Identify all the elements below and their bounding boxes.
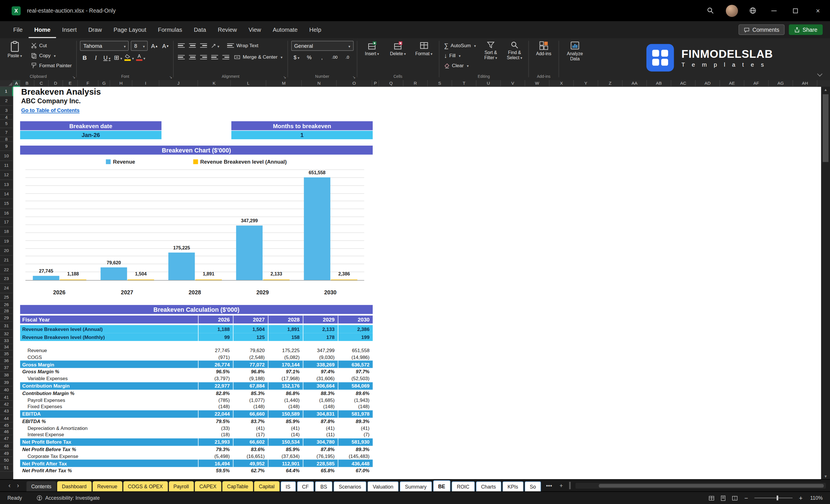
value-cell[interactable]: (18) bbox=[198, 432, 233, 438]
row-label[interactable]: Revenue Breakeven level (Annual) bbox=[20, 325, 198, 333]
vertical-scroll-thumb[interactable] bbox=[823, 94, 828, 162]
year-header[interactable]: 2030 bbox=[338, 315, 373, 323]
menu-data[interactable]: Data bbox=[188, 21, 212, 38]
breakeven-date-header[interactable]: Breakeven date bbox=[20, 121, 161, 130]
value-cell[interactable]: 22,044 bbox=[198, 410, 233, 418]
row-label[interactable]: Revenue Breakeven level (Monthly) bbox=[20, 333, 198, 341]
sheet-tab-payroll[interactable]: Payroll bbox=[169, 481, 194, 492]
align-top-button[interactable] bbox=[177, 41, 186, 50]
value-cell[interactable]: (41) bbox=[338, 425, 373, 431]
value-cell[interactable]: (148) bbox=[233, 403, 268, 410]
value-cell[interactable]: (16,651) bbox=[233, 453, 268, 460]
value-cell[interactable]: 89.3% bbox=[338, 446, 373, 453]
column-header-X[interactable]: X bbox=[549, 80, 574, 87]
align-right-button[interactable] bbox=[199, 53, 208, 62]
column-header-S[interactable]: S bbox=[428, 80, 452, 87]
vertical-scrollbar[interactable]: ▲ ▼ bbox=[821, 87, 830, 479]
revenue-bar[interactable] bbox=[33, 276, 60, 280]
row-label[interactable]: Gross Margin % bbox=[20, 368, 198, 375]
value-cell[interactable]: 651,558 bbox=[338, 347, 373, 354]
row-label[interactable]: Fixed Expenses bbox=[20, 403, 198, 410]
value-cell[interactable]: (11) bbox=[303, 432, 338, 438]
sheet-tab-capex[interactable]: CAPEX bbox=[194, 481, 221, 492]
comma-format-button[interactable]: , bbox=[317, 53, 326, 62]
tabs-scroll-right[interactable]: › bbox=[14, 482, 22, 489]
increase-indent-button[interactable] bbox=[222, 53, 230, 62]
increase-decimal-button[interactable]: .00 bbox=[330, 53, 339, 62]
value-cell[interactable]: 16,494 bbox=[198, 460, 233, 467]
row-header-44[interactable]: 44 bbox=[0, 415, 13, 422]
delete-cells-button[interactable]: Delete bbox=[386, 41, 410, 73]
horizontal-scroll-thumb[interactable] bbox=[599, 484, 824, 487]
value-cell[interactable]: (5,082) bbox=[268, 354, 303, 360]
breakeven-chart[interactable]: Revenue Revenue Breakeven level (Annual)… bbox=[20, 154, 373, 305]
row-header-32[interactable]: 32 bbox=[0, 330, 13, 338]
year-header[interactable]: 2026 bbox=[198, 315, 233, 323]
row-header-26[interactable]: 26 bbox=[0, 301, 13, 308]
grow-font-button[interactable]: A▲ bbox=[150, 41, 159, 50]
page-break-view-button[interactable] bbox=[732, 495, 738, 501]
row-header-21[interactable]: 21 bbox=[0, 256, 13, 265]
row-header-1[interactable]: 1 bbox=[0, 87, 13, 96]
value-cell[interactable]: 79.3% bbox=[198, 446, 233, 453]
value-cell[interactable]: 67,884 bbox=[233, 382, 268, 389]
value-cell[interactable]: 22,977 bbox=[198, 382, 233, 389]
value-cell[interactable]: 85.9% bbox=[268, 446, 303, 453]
align-middle-button[interactable] bbox=[188, 41, 197, 50]
value-cell[interactable]: (52,503) bbox=[338, 375, 373, 382]
value-cell[interactable]: 66,602 bbox=[233, 438, 268, 446]
value-cell[interactable]: 338,269 bbox=[303, 361, 338, 368]
column-header-AF[interactable]: AF bbox=[744, 80, 769, 87]
value-cell[interactable]: 85.3% bbox=[233, 389, 268, 397]
row-header-50[interactable]: 50 bbox=[0, 457, 13, 464]
value-cell[interactable]: 97.4% bbox=[303, 368, 338, 375]
value-cell[interactable]: 175,225 bbox=[268, 347, 303, 354]
row-header-20[interactable]: 20 bbox=[0, 246, 13, 256]
menu-insert[interactable]: Insert bbox=[56, 21, 83, 38]
row-label[interactable]: Depreciation & Amortization bbox=[20, 425, 198, 431]
cut-button[interactable]: Cut bbox=[29, 41, 73, 50]
sheet-tab-capital[interactable]: Capital bbox=[254, 481, 279, 492]
value-cell[interactable]: (37,634) bbox=[268, 453, 303, 460]
borders-button[interactable]: ⊞ bbox=[114, 53, 122, 62]
page-layout-view-button[interactable] bbox=[720, 495, 726, 501]
value-cell[interactable]: 584,069 bbox=[338, 382, 373, 389]
menu-home[interactable]: Home bbox=[28, 21, 56, 38]
sheet-tab-so[interactable]: So bbox=[524, 481, 541, 492]
sheet-tab-captable[interactable]: CapTable bbox=[222, 481, 253, 492]
row-label[interactable]: EBITDA % bbox=[20, 418, 198, 425]
clipboard-dialog-launcher[interactable]: ↘ bbox=[72, 75, 75, 80]
row-header-31[interactable]: 31 bbox=[0, 322, 13, 330]
sheet-tab-roic[interactable]: ROIC bbox=[452, 481, 475, 492]
row-label[interactable]: Corporate Tax Expense bbox=[20, 453, 198, 460]
autosum-button[interactable]: ∑ AutoSum bbox=[443, 41, 478, 50]
restore-button[interactable] bbox=[785, 0, 806, 21]
months-to-breakeven-header[interactable]: Months to breakeven bbox=[231, 121, 373, 130]
row-header-13[interactable]: 13 bbox=[0, 180, 13, 189]
column-header-B[interactable]: B bbox=[20, 80, 34, 87]
row-label[interactable]: Net Profit Before Tax % bbox=[20, 446, 198, 453]
align-center-button[interactable] bbox=[188, 53, 197, 62]
column-header-AB[interactable]: AB bbox=[647, 80, 671, 87]
menu-draw[interactable]: Draw bbox=[83, 21, 107, 38]
value-cell[interactable]: (7) bbox=[338, 432, 373, 438]
year-header[interactable]: 2028 bbox=[268, 315, 303, 323]
sheet-tab-is[interactable]: IS bbox=[280, 481, 296, 492]
clear-button[interactable]: Clear bbox=[443, 61, 478, 70]
value-cell[interactable]: 83.7% bbox=[233, 418, 268, 425]
column-header-A[interactable]: A bbox=[13, 80, 20, 87]
row-header-8[interactable]: 8 bbox=[0, 137, 13, 142]
value-cell[interactable]: 64.4% bbox=[268, 467, 303, 475]
calc-title-banner[interactable]: Breakeven Calculation ($'000) bbox=[20, 305, 373, 314]
row-header-33[interactable]: 33 bbox=[0, 338, 13, 344]
column-header-J[interactable]: J bbox=[159, 80, 198, 87]
sheet-tab-be[interactable]: BE bbox=[433, 480, 450, 492]
font-color-button[interactable]: A bbox=[136, 53, 145, 62]
collapse-ribbon-button[interactable] bbox=[817, 71, 822, 76]
scroll-up-icon[interactable]: ▲ bbox=[821, 88, 830, 92]
tab-scrollbar-splitter[interactable] bbox=[569, 482, 571, 489]
column-header-L[interactable]: L bbox=[231, 80, 266, 87]
value-cell[interactable]: (17) bbox=[233, 432, 268, 438]
sheet-tab-dashboard[interactable]: Dashboard bbox=[57, 481, 91, 492]
value-cell[interactable]: 581,978 bbox=[338, 410, 373, 418]
